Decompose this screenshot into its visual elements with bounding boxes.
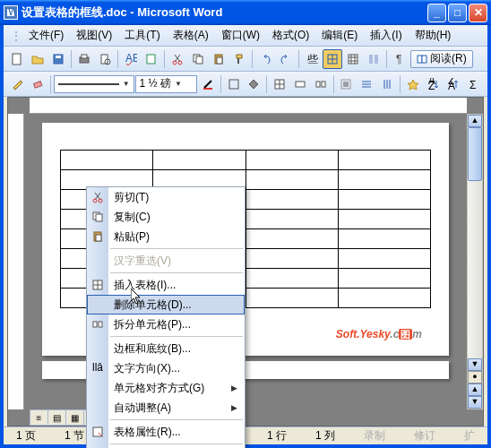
columns-icon[interactable] (364, 49, 383, 69)
menu-format[interactable]: 格式(O) (267, 26, 314, 45)
cm-delete-cells[interactable]: 删除单元格(D)... (87, 295, 245, 314)
shading-icon[interactable] (244, 74, 263, 94)
svg-text:Σ: Σ (469, 79, 476, 90)
menu-window[interactable]: 窗口(W) (216, 26, 265, 45)
undo-icon[interactable] (255, 49, 275, 69)
merge-cells-icon[interactable] (290, 74, 310, 94)
borders-icon[interactable] (224, 74, 244, 94)
cm-copy[interactable]: 复制(C) (87, 207, 245, 227)
minimize-button[interactable]: _ (427, 4, 446, 22)
vertical-ruler[interactable] (8, 114, 24, 409)
svg-rect-61 (96, 235, 101, 241)
draw-table-icon[interactable] (7, 74, 27, 94)
cm-insert-table[interactable]: 插入表格(I)... (87, 275, 245, 295)
format-painter-icon[interactable] (229, 49, 249, 69)
vertical-scrollbar[interactable]: ▲▼ ● ▲▼ (467, 114, 483, 409)
maximize-button[interactable]: □ (448, 4, 467, 22)
copy-icon[interactable] (188, 49, 208, 69)
svg-rect-66 (99, 322, 102, 327)
research-icon[interactable] (142, 49, 161, 69)
tables-toolbar: ▼ 1 ½ 磅▼ AZ ZA Σ (4, 72, 487, 97)
paste-icon[interactable] (209, 49, 228, 69)
cut-icon (90, 189, 106, 205)
spellcheck-icon[interactable]: ABC (121, 49, 141, 69)
autoformat-icon[interactable] (403, 74, 423, 94)
close-button[interactable]: ✕ (469, 4, 487, 22)
distribute-cols-icon[interactable] (377, 74, 397, 94)
table-row (61, 151, 431, 170)
svg-rect-26 (369, 55, 373, 64)
line-style-combo[interactable]: ▼ (54, 75, 134, 93)
insert-table-icon (90, 277, 106, 293)
sort-asc-icon[interactable]: AZ (424, 74, 444, 94)
new-doc-icon[interactable] (7, 49, 27, 69)
menu-insert[interactable]: 插入(I) (365, 26, 407, 45)
watermark: Soft.Yesky.c图m (336, 326, 422, 341)
menu-table[interactable]: 表格(A) (168, 26, 214, 45)
print-icon[interactable] (74, 49, 94, 69)
horizontal-ruler[interactable] (30, 98, 467, 114)
redo-icon[interactable] (276, 49, 296, 69)
context-menu: 剪切(T) 复制(C) 粘贴(P) 汉字重选(V) 插入表格(I)... 删除单… (86, 186, 246, 448)
svg-rect-2 (13, 54, 21, 65)
print-layout-icon[interactable]: ▦ (65, 409, 83, 426)
titlebar: W 设置表格的框线.doc - Microsoft Word _ □ ✕ (0, 0, 491, 25)
menu-edit[interactable]: 编辑(E) (316, 26, 363, 45)
cm-table-props[interactable]: 表格属性(R)... (87, 422, 245, 442)
menu-help[interactable]: 帮助(H) (409, 26, 457, 45)
svg-rect-31 (33, 81, 41, 87)
split-cells-icon[interactable] (311, 74, 331, 94)
open-icon[interactable] (28, 49, 47, 69)
menu-file[interactable]: 文件(F) (23, 26, 69, 45)
align-icon[interactable] (337, 74, 357, 94)
web-view-icon[interactable]: ▤ (47, 409, 65, 426)
menubar-handle[interactable]: ⋮ (11, 30, 22, 42)
svg-rect-4 (56, 56, 61, 58)
cm-split-cells[interactable]: 拆分单元格(P)... (87, 314, 245, 334)
document-area: ▲▼ ● ▲▼ Soft.Yesky.c图m ≡ ▤ ▦ ≣ ▭ (7, 97, 484, 426)
standard-toolbar: ABC 些 ¶ 阅读(R) (4, 47, 487, 72)
border-color-icon[interactable] (198, 74, 218, 94)
svg-rect-10 (147, 55, 155, 64)
eraser-icon[interactable] (28, 74, 47, 94)
svg-rect-38 (296, 82, 305, 87)
chinese-layout-icon[interactable]: 些 (302, 49, 322, 69)
insert-table-icon[interactable] (343, 49, 363, 69)
menu-tools[interactable]: 工具(T) (119, 26, 165, 45)
svg-rect-59 (96, 214, 102, 221)
cm-autofit[interactable]: 自动调整(A)▶ (87, 398, 245, 418)
read-mode-button[interactable]: 阅读(R) (410, 50, 473, 68)
cm-paste[interactable]: 粘贴(P) (87, 227, 245, 246)
cm-cut[interactable]: 剪切(T) (87, 187, 245, 207)
status-rec: 录制 (358, 428, 391, 444)
status-page: 1 页 (11, 428, 41, 444)
distribute-rows-icon[interactable] (357, 74, 376, 94)
save-icon[interactable] (48, 49, 68, 69)
cut-icon[interactable] (168, 49, 187, 69)
app-icon: W (4, 5, 18, 20)
autosum-icon[interactable]: Σ (464, 74, 484, 94)
svg-rect-14 (196, 56, 202, 64)
svg-text:¶: ¶ (396, 53, 401, 65)
sort-desc-icon[interactable]: ZA (444, 74, 463, 94)
status-col: 1 列 (310, 428, 340, 444)
status-rev: 修订 (409, 428, 441, 444)
tables-borders-icon[interactable] (323, 49, 342, 69)
normal-view-icon[interactable]: ≡ (30, 409, 47, 426)
show-marks-icon[interactable]: ¶ (390, 49, 409, 69)
copy-icon (90, 209, 106, 225)
cm-borders[interactable]: 边框和底纹(B)... (87, 339, 245, 358)
svg-rect-29 (418, 56, 422, 63)
svg-text:A: A (448, 80, 455, 90)
line-weight-combo[interactable]: 1 ½ 磅▼ (135, 75, 197, 93)
table-props-icon (90, 424, 106, 440)
svg-text:W: W (8, 8, 15, 17)
svg-text:些: 些 (307, 53, 318, 65)
print-preview-icon[interactable] (95, 49, 115, 69)
cm-cell-align[interactable]: 单元格对齐方式(G)▶ (87, 378, 245, 398)
cm-text-direction[interactable]: llâ文字方向(X)... (87, 358, 245, 378)
menu-view[interactable]: 视图(V) (71, 26, 117, 45)
statusbar: 1 页 1 节 1/1 1 行 1 列 录制 修订 扩 (4, 426, 487, 444)
svg-text:llâ: llâ (92, 362, 103, 374)
insert-table2-icon[interactable] (270, 74, 289, 94)
